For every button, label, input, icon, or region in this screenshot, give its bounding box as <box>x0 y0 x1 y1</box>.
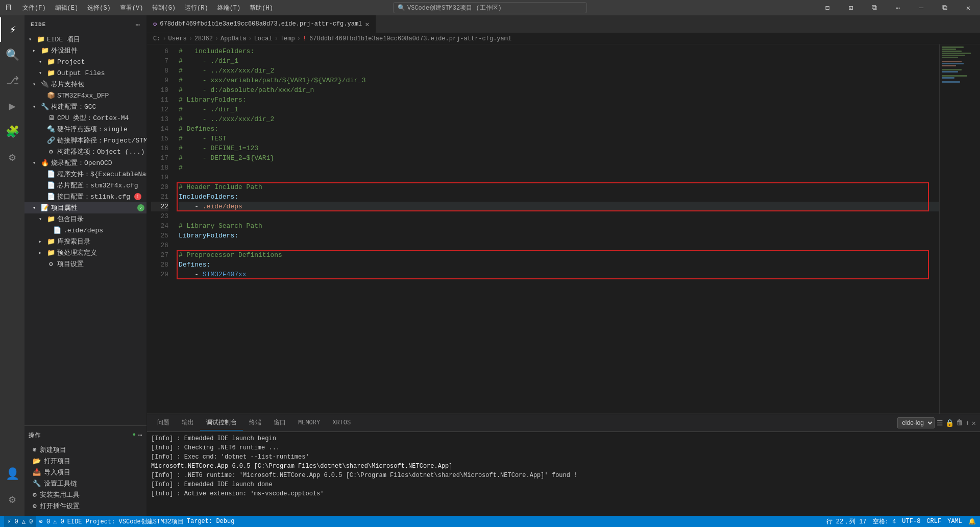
tree-item-builder[interactable]: ▸ ⚙ 构建器选项：Object (...) <box>24 146 146 157</box>
sidebar-more-icon[interactable]: ⋯ <box>136 20 140 29</box>
icon-toggle-sidebar[interactable]: ⊟ <box>816 0 839 15</box>
breadcrumb-local[interactable]: Local <box>254 35 273 42</box>
menu-select[interactable]: 选择(S) <box>83 3 115 13</box>
activity-extensions[interactable]: 🧩 <box>0 119 24 144</box>
panel-tab-debug-console[interactable]: 调试控制台 <box>200 415 243 430</box>
panel-tab-memory[interactable]: MEMORY <box>292 416 326 430</box>
menu-run[interactable]: 运行(R) <box>181 3 212 13</box>
breadcrumb-temp[interactable]: Temp <box>280 35 295 42</box>
tree-item-output[interactable]: ▾ 📁 Output Files <box>24 67 146 79</box>
close-button[interactable]: ✕ <box>957 0 980 15</box>
tree-item-project[interactable]: ▾ 📁 Project <box>24 56 146 67</box>
menu-help[interactable]: 帮助(H) <box>246 3 277 13</box>
breadcrumb-user-id[interactable]: 28362 <box>194 35 213 42</box>
panel-icon-clear[interactable]: 🗑 <box>956 419 963 427</box>
panel-icon-lock[interactable]: 🔒 <box>945 419 954 427</box>
status-remote[interactable]: ⚡ 0 △ 0 <box>4 516 36 527</box>
expand-icon: ▾ <box>33 81 39 87</box>
ops-open-project[interactable]: 📂 打开项目 <box>24 456 146 467</box>
ops-plugin-settings[interactable]: ⚙ 打开插件设置 <box>24 500 146 512</box>
breadcrumb-appdata[interactable]: AppData <box>220 35 246 42</box>
icon-split-editor[interactable]: ⧉ <box>863 0 886 15</box>
tree-item-project-settings[interactable]: ▸ ⚙ 项目设置 <box>24 258 146 270</box>
tree-item-cpu[interactable]: ▸ 🖥 CPU 类型：Cortex-M4 <box>24 112 146 124</box>
expand-icon: ▾ <box>39 70 45 76</box>
panel-tab-terminal[interactable]: 终端 <box>243 415 267 430</box>
tree-item-chip-pkg[interactable]: ▾ 🔌 芯片支持包 <box>24 79 146 90</box>
ops-toolchain[interactable]: 🔧 设置工具链 <box>24 478 146 489</box>
tree-item-program[interactable]: ▸ 📄 程序文件：${ExecutableNam... <box>24 169 146 180</box>
tree-item-chip-cfg[interactable]: ▸ 📄 芯片配置：stm32f4x.cfg <box>24 180 146 191</box>
tree-item-deps[interactable]: ▸ 📄 .eide/deps <box>24 225 146 236</box>
package-icon: 📦 <box>47 91 55 100</box>
activity-search[interactable]: 🔍 <box>0 43 24 67</box>
panel-tab-problems[interactable]: 问题 <box>151 415 176 430</box>
minimize-button[interactable]: — <box>910 0 933 15</box>
activity-eide[interactable]: ⚙ <box>0 145 24 170</box>
line-num: 14 <box>151 124 168 134</box>
menu-view[interactable]: 查看(V) <box>116 3 148 13</box>
line-num: 19 <box>151 173 168 182</box>
ops-new-project[interactable]: ⊕ 新建项目 <box>24 444 146 456</box>
code-line-15: # - TEST <box>179 134 939 143</box>
menu-terminal[interactable]: 终端(T) <box>213 3 245 13</box>
menu-file[interactable]: 文件(F) <box>18 3 50 13</box>
menu-edit[interactable]: 编辑(E) <box>51 3 83 13</box>
ops-header[interactable]: 操作 ● ⋯ <box>24 426 146 444</box>
status-language[interactable]: YAML <box>947 518 962 525</box>
ops-import-project[interactable]: 📥 导入项目 <box>24 467 146 478</box>
status-line-col[interactable]: 行 22，列 17 <box>826 517 867 526</box>
status-target[interactable]: Target: Debug <box>187 518 235 525</box>
breadcrumb-users[interactable]: Users <box>168 35 187 42</box>
status-errors[interactable]: ⊗ 0 <box>39 518 50 525</box>
activity-settings[interactable]: ⚙ <box>0 487 24 512</box>
panel-icon-expand[interactable]: ⬆ <box>965 419 969 427</box>
panel-tab-xrtos[interactable]: XRTOS <box>326 416 357 430</box>
icon-more[interactable]: ⋯ <box>886 0 910 15</box>
tree-label: 链接脚本路径：Project/STM... <box>57 136 146 145</box>
tree-item-build[interactable]: ▾ 🔧 构建配置：GCC <box>24 101 146 112</box>
tree-item-stlink[interactable]: ▸ 📄 接口配置：stlink.cfg ! <box>24 191 146 202</box>
tab-yaml-file[interactable]: ⚙ 678ddbf469fbd1b1e3ae19cc608a0d73.eide.… <box>147 15 376 33</box>
status-notifications[interactable]: 🔔 <box>968 518 976 525</box>
ops-more-icon[interactable]: ⋯ <box>138 432 142 439</box>
log-select[interactable]: eide-log <box>897 417 935 428</box>
panel-tab-output[interactable]: 输出 <box>176 415 200 430</box>
tree-item-lib-search[interactable]: ▸ 📁 库搜索目录 <box>24 236 146 247</box>
activity-git[interactable]: ⎇ <box>0 68 24 93</box>
tab-close-button[interactable]: ✕ <box>365 20 369 29</box>
breadcrumb-filename[interactable]: 678ddbf469fbd1b1e3ae19cc608a0d73.eide.pr… <box>309 35 511 42</box>
breadcrumb-c[interactable]: C: <box>153 35 160 42</box>
status-warnings[interactable]: ⚠ 0 <box>53 518 64 525</box>
icon-toggle-panel[interactable]: ⊡ <box>839 0 863 15</box>
tree-item-flash[interactable]: ▾ 🔥 烧录配置：OpenOCD <box>24 157 146 169</box>
panel-icon-close[interactable]: ✕ <box>972 419 976 427</box>
check-badge: ✓ <box>137 204 144 211</box>
menu-goto[interactable]: 转到(G) <box>148 3 180 13</box>
tree-item-linker[interactable]: ▸ 🔗 链接脚本路径：Project/STM... <box>24 135 146 146</box>
code-editor[interactable]: # includeFolders: # - ./dir_1 # - ../xxx… <box>173 44 939 414</box>
line-num: 20 <box>151 182 168 192</box>
activity-debug[interactable]: ▶ <box>0 94 24 118</box>
panel-tab-window[interactable]: 窗口 <box>267 415 292 430</box>
tree-root[interactable]: ▾ 📁 EIDE 项目 <box>24 34 146 45</box>
status-spaces[interactable]: 空格: 4 <box>873 517 896 526</box>
global-search-bar[interactable]: 🔍 VSCode创建STM32项目 (工作区) <box>393 2 587 13</box>
activity-account[interactable]: 👤 <box>0 462 24 486</box>
tree-item-project-props[interactable]: ▾ 📝 项目属性 ✓ <box>24 202 146 213</box>
line-num: 10 <box>151 85 168 95</box>
tree-item-dfp[interactable]: ▸ 📦 STM32F4xx_DFP <box>24 90 146 101</box>
maximize-button[interactable]: ⧉ <box>933 0 957 15</box>
activity-explorer[interactable]: ⚡ <box>0 17 24 42</box>
tree-item-fp[interactable]: ▸ 🔩 硬件浮点选项：single <box>24 124 146 135</box>
tree-item-includes[interactable]: ▾ 📁 包含目录 <box>24 213 146 225</box>
ops-install-tools[interactable]: ⚙ 安装实用工具 <box>24 489 146 500</box>
status-encoding[interactable]: UTF-8 <box>902 518 920 525</box>
tree-item-macros[interactable]: ▸ 📁 预处理宏定义 <box>24 247 146 258</box>
status-line-ending[interactable]: CRLF <box>926 518 941 525</box>
line-num: 15 <box>151 134 168 143</box>
tree-item-peripherals[interactable]: ▸ 📁 外设组件 <box>24 45 146 56</box>
status-project[interactable]: EIDE Project: VSCode创建STM32项目 <box>67 517 184 526</box>
install-icon: ⚙ <box>33 491 37 499</box>
panel-icon-list[interactable]: ☰ <box>937 419 943 427</box>
